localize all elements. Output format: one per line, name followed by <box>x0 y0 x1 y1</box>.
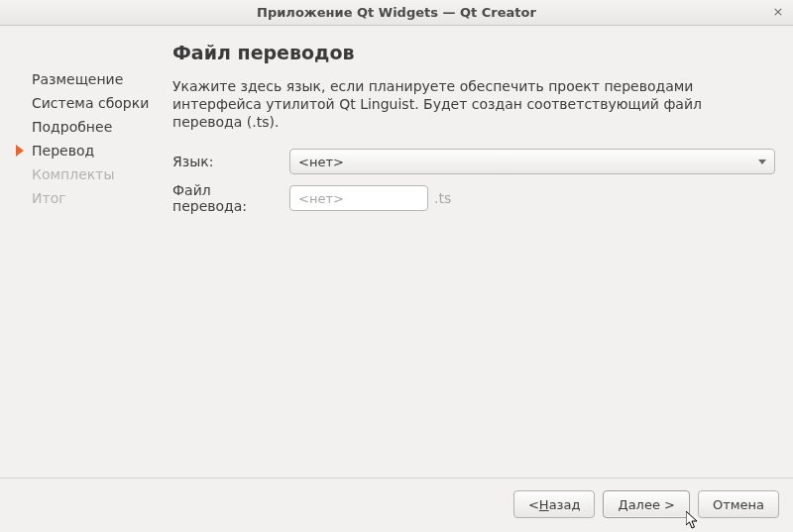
translation-file-label: Файл перевода: <box>172 182 289 214</box>
wizard-buttons: < Назад Далее > Отмена <box>0 479 793 532</box>
sidebar-item-translation: Перевод <box>32 139 163 162</box>
back-button-rest: азад <box>549 497 581 512</box>
page-title: Файл переводов <box>172 42 775 63</box>
language-value: <нет> <box>298 155 344 169</box>
translation-file-row: Файл перевода: .ts <box>172 182 775 214</box>
wizard-sidebar: Размещение Система сборки Подробнее Пере… <box>14 42 163 470</box>
sidebar-item-kits: Комплекты <box>32 162 163 186</box>
sidebar-item-summary: Итог <box>32 186 163 210</box>
translation-file-suffix: .ts <box>434 190 451 206</box>
cancel-button[interactable]: Отмена <box>698 490 779 518</box>
window-body: Размещение Система сборки Подробнее Пере… <box>0 26 793 532</box>
titlebar: Приложение Qt Widgets — Qt Creator × <box>0 0 793 26</box>
next-button-rest: алее > <box>628 497 675 512</box>
chevron-down-icon <box>758 160 766 164</box>
window-title: Приложение Qt Widgets — Qt Creator <box>257 5 536 20</box>
language-row: Язык: <нет> <box>172 149 775 174</box>
sidebar-item-buildsystem: Система сборки <box>32 91 163 115</box>
page-description: Укажите здесь язык, если планируете обес… <box>172 77 775 131</box>
close-icon[interactable]: × <box>771 5 785 19</box>
back-button[interactable]: < Назад <box>513 490 596 518</box>
back-button-prefix: < <box>528 497 539 512</box>
sidebar-item-details: Подробнее <box>32 115 163 139</box>
next-button-mnemonic: Д <box>618 497 627 512</box>
translation-file-input[interactable] <box>289 185 428 211</box>
next-button[interactable]: Далее > <box>603 490 689 518</box>
back-button-mnemonic: Н <box>539 497 549 512</box>
wizard-page: Файл переводов Укажите здесь язык, если … <box>163 42 779 470</box>
language-label: Язык: <box>172 154 289 169</box>
sidebar-item-location: Размещение <box>32 67 163 91</box>
content-area: Размещение Система сборки Подробнее Пере… <box>0 26 793 479</box>
language-combobox[interactable]: <нет> <box>289 149 775 174</box>
